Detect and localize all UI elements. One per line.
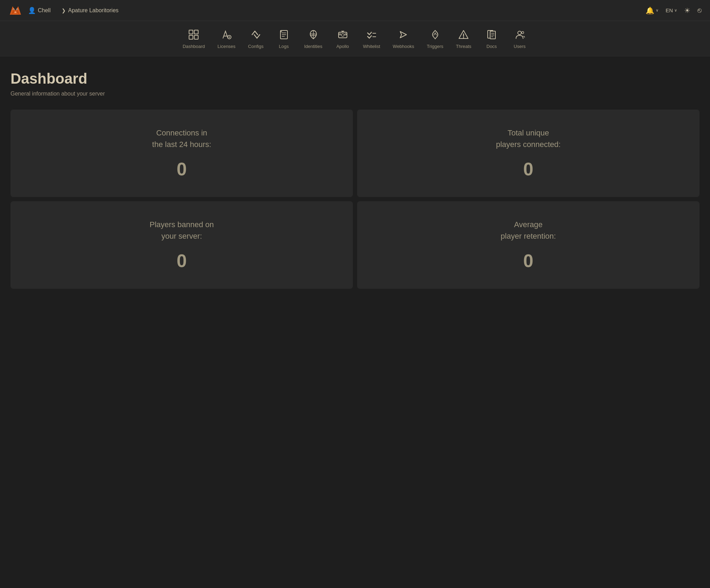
main-content: Dashboard General information about your… [0,56,710,303]
licenses-icon [221,29,232,42]
whitelist-icon [366,29,377,42]
threats-icon [458,29,469,42]
lang-chevron-icon: ∨ [674,8,677,13]
lang-label: EN [666,7,673,13]
nav-label-users: Users [514,44,525,49]
stat-label-banned: Players banned onyour server: [149,219,214,242]
nav-label-dashboard: Dashboard [183,44,205,49]
logs-icon [279,29,289,42]
org-menu[interactable]: ❯ Apature Laboritories [62,7,118,14]
nav-item-users[interactable]: Users [506,27,534,52]
nav-label-licenses: Licenses [217,44,235,49]
docs-icon [486,29,497,42]
identities-icon [308,29,319,42]
svg-rect-10 [189,35,193,39]
nav-item-threats[interactable]: Threats [450,27,478,52]
stat-label-connections: Connections inthe last 24 hours: [152,127,211,150]
svg-marker-26 [400,31,406,38]
svg-point-19 [341,34,344,36]
dashboard-icon [188,29,199,42]
nav-item-configs[interactable]: Configs [242,27,270,52]
stats-grid: Connections inthe last 24 hours: 0 Total… [11,110,699,289]
logout-icon: ⎋ [697,6,702,14]
nav-label-docs: Docs [487,44,497,49]
svg-point-7 [14,11,16,13]
nav-label-webhooks: Webhooks [393,44,414,49]
nav-label-configs: Configs [248,44,264,49]
svg-point-6 [17,9,18,10]
svg-point-35 [518,31,521,35]
stat-card-banned: Players banned onyour server: 0 [11,201,353,289]
stat-card-unique-players: Total uniqueplayers connected: 0 [357,110,699,197]
nav-item-dashboard[interactable]: Dashboard [176,27,211,52]
stat-value-connections: 0 [177,159,187,180]
nav-item-webhooks[interactable]: Webhooks [387,27,420,52]
nav-label-logs: Logs [279,44,289,49]
nav-item-licenses[interactable]: Licenses [211,27,242,52]
svg-point-21 [345,34,346,35]
svg-point-5 [13,9,14,10]
icon-nav: Dashboard Licenses Configs [0,21,710,56]
nav-item-whitelist[interactable]: Whitelist [357,27,387,52]
org-label: Apature Laboritories [68,7,118,14]
configs-icon [251,29,261,42]
language-selector[interactable]: EN ∨ [666,7,677,13]
theme-toggle[interactable]: ☀ [684,6,690,15]
nav-item-apollo[interactable]: Apollo [329,27,357,52]
nav-item-identities[interactable]: Identities [298,27,329,52]
user-menu[interactable]: 👤 Chell [28,7,50,14]
stat-value-retention: 0 [523,250,534,271]
nav-label-whitelist: Whitelist [363,44,380,49]
nav-label-identities: Identities [304,44,322,49]
nav-item-logs[interactable]: Logs [270,27,298,52]
svg-point-36 [522,31,524,34]
nav-item-docs[interactable]: Docs [478,27,506,52]
page-subtitle: General information about your server [11,91,699,97]
triggers-icon [430,29,440,42]
svg-point-20 [339,34,341,35]
svg-rect-8 [189,30,193,34]
page-title: Dashboard [11,70,699,87]
svg-rect-11 [194,35,198,39]
stat-label-retention: Averageplayer retention: [501,219,556,242]
notifications-chevron: ∨ [656,8,659,13]
bell-icon: 🔔 [646,6,654,15]
nav-label-apollo: Apollo [336,44,349,49]
notifications-button[interactable]: 🔔 ∨ [646,6,659,15]
stat-value-banned: 0 [177,250,187,271]
sun-icon: ☀ [684,6,690,15]
logo-icon [8,4,22,18]
users-icon [514,29,525,42]
nav-label-triggers: Triggers [427,44,443,49]
logout-button[interactable]: ⎋ [697,6,702,14]
apollo-icon [337,29,348,42]
org-chevron-icon: ❯ [62,8,66,13]
nav-item-triggers[interactable]: Triggers [420,27,450,52]
svg-marker-0 [10,6,21,15]
top-bar: 👤 Chell ❯ Apature Laboritories 🔔 ∨ EN ∨ … [0,0,710,21]
svg-rect-9 [194,30,198,34]
stat-card-retention: Averageplayer retention: 0 [357,201,699,289]
stat-value-unique-players: 0 [523,159,534,180]
user-label: Chell [38,7,50,14]
webhooks-icon [398,29,409,42]
nav-label-threats: Threats [456,44,471,49]
user-icon: 👤 [28,7,36,14]
stat-label-unique-players: Total uniqueplayers connected: [496,127,561,150]
stat-card-connections: Connections inthe last 24 hours: 0 [11,110,353,197]
svg-point-29 [463,37,464,38]
